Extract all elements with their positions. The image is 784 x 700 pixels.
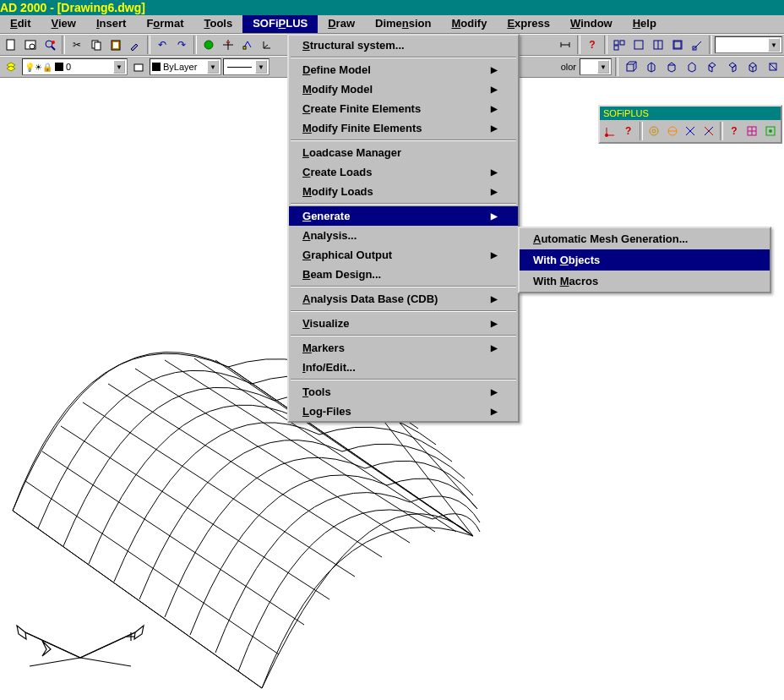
menu-item-visualize[interactable]: Visualize▶ <box>289 314 518 333</box>
ft-cross2-icon[interactable] <box>700 122 716 140</box>
toolbar-vp2-icon[interactable] <box>649 36 667 54</box>
menu-sofiplus[interactable]: SOFiPLUS <box>242 15 318 33</box>
menu-item-analysis-data-base-cdb-[interactable]: Analysis Data Base (CDB)▶ <box>289 289 518 309</box>
menu-view[interactable]: View <box>41 15 86 33</box>
sofiplus-float-toolbar[interactable]: SOFiPLUS ? ? <box>598 105 782 144</box>
separator <box>62 36 65 54</box>
layer-manager-icon[interactable] <box>2 57 20 76</box>
menu-item-info-edit-[interactable]: Info/Edit... <box>289 358 518 377</box>
svg-line-43 <box>770 63 776 70</box>
chevron-down-icon[interactable]: ▼ <box>255 60 267 74</box>
chevron-down-icon[interactable]: ▼ <box>768 38 780 52</box>
toolbar-zoom-icon[interactable] <box>41 36 59 54</box>
view-cube1-icon[interactable] <box>622 57 640 76</box>
menu-item-markers[interactable]: Markers▶ <box>289 338 518 358</box>
submenu-item-automatic-mesh-generation-[interactable]: Automatic Mesh Generation... <box>520 228 770 249</box>
ft-help-icon[interactable]: ? <box>619 122 636 140</box>
svg-point-58 <box>605 134 608 137</box>
view-cube2-icon[interactable] <box>642 57 661 76</box>
ft-grid2-icon[interactable] <box>762 122 779 140</box>
menu-item-analysis-[interactable]: Analysis... <box>289 226 518 245</box>
chevron-down-icon[interactable]: ▼ <box>207 60 219 74</box>
toolbar-page-icon[interactable] <box>2 36 20 54</box>
svg-rect-7 <box>95 42 101 50</box>
ft-mesh2-icon[interactable] <box>663 122 680 140</box>
float-toolbar-title: SOFiPLUS <box>600 107 781 120</box>
toolbar-paste-icon[interactable] <box>106 36 125 54</box>
ft-mesh1-icon[interactable] <box>645 122 662 140</box>
menu-item-create-finite-elements[interactable]: Create Finite Elements▶ <box>289 99 518 118</box>
menu-separator <box>291 335 516 336</box>
ft-help2-icon[interactable]: ? <box>726 122 743 140</box>
menu-tools[interactable]: Tools <box>193 15 242 33</box>
layer-combo-value: 0 <box>66 62 112 72</box>
svg-line-40 <box>753 65 756 68</box>
menu-item-tools[interactable]: Tools▶ <box>289 382 518 402</box>
menu-item-loadcase-manager[interactable]: Loadcase Manager <box>289 143 518 162</box>
toolbar-copy-icon[interactable] <box>87 36 106 54</box>
toolbar-vp4-icon[interactable] <box>688 36 706 54</box>
ft-grid1-icon[interactable] <box>743 122 760 140</box>
view-cube5-icon[interactable] <box>703 57 721 76</box>
toolbar-tracking-icon[interactable] <box>219 36 237 54</box>
menu-item-define-model[interactable]: Define Model▶ <box>289 60 518 79</box>
toolbar-cut-icon[interactable]: ✂ <box>68 36 86 54</box>
menu-draw[interactable]: Draw <box>318 15 365 33</box>
svg-rect-70 <box>766 127 775 135</box>
toolbar-layout-icon[interactable] <box>610 36 629 54</box>
menu-separator <box>291 379 516 380</box>
toolbar-hyperlink-icon[interactable] <box>199 36 218 54</box>
svg-line-63 <box>686 127 694 135</box>
menu-item-structural-system-[interactable]: Structural system... <box>289 36 518 55</box>
toolbar-preview-icon[interactable] <box>21 36 40 54</box>
submenu-item-with-macros[interactable]: With Macros <box>520 271 770 292</box>
view-cube8-icon[interactable] <box>764 57 782 76</box>
submenu-arrow-icon: ▶ <box>491 167 498 177</box>
menu-item-modify-loads[interactable]: Modify Loads▶ <box>289 182 518 201</box>
menu-modify[interactable]: Modify <box>442 15 498 33</box>
toolbar-distance-icon[interactable] <box>556 36 574 54</box>
menu-help[interactable]: Help <box>623 15 667 33</box>
menu-format[interactable]: Format <box>136 15 193 33</box>
menu-item-generate[interactable]: Generate▶ <box>289 206 518 226</box>
menu-window[interactable]: Window <box>560 15 623 33</box>
toolbar-redo-icon[interactable]: ↷ <box>172 36 191 54</box>
layer-combo[interactable]: 💡☀🔒 0 ▼ <box>22 58 128 75</box>
toolbar-undo-icon[interactable]: ↶ <box>153 36 172 54</box>
view-cube7-icon[interactable] <box>743 57 762 76</box>
line-sample[interactable]: ▼ <box>223 58 270 75</box>
menu-item-modify-finite-elements[interactable]: Modify Finite Elements▶ <box>289 118 518 138</box>
chevron-down-icon[interactable]: ▼ <box>597 60 609 74</box>
toolbar-combo[interactable]: ▼ <box>715 36 782 53</box>
menu-separator <box>291 139 516 141</box>
toolbar-ucs-icon[interactable] <box>258 36 276 54</box>
separator <box>709 36 712 54</box>
toolbar-help-icon[interactable]: ? <box>583 36 602 54</box>
chevron-down-icon[interactable]: ▼ <box>113 60 125 74</box>
menu-item-modify-model[interactable]: Modify Model▶ <box>289 79 518 99</box>
menu-express[interactable]: Express <box>497 15 560 33</box>
submenu-item-with-objects[interactable]: With Objects <box>520 249 770 271</box>
toolbar-vp1-icon[interactable] <box>629 36 648 54</box>
linetype-combo[interactable]: ByLayer ▼ <box>150 58 221 75</box>
menu-item-create-loads[interactable]: Create Loads▶ <box>289 162 518 182</box>
layer-prev-icon[interactable] <box>129 57 148 76</box>
view-cube6-icon[interactable] <box>723 57 742 76</box>
view-cube4-icon[interactable] <box>683 57 701 76</box>
view-cube3-icon[interactable] <box>662 57 681 76</box>
color-combo[interactable]: ▼ <box>580 58 612 75</box>
menu-insert[interactable]: Insert <box>86 15 136 33</box>
svg-point-3 <box>46 41 52 47</box>
menu-item-log-files[interactable]: Log-Files▶ <box>289 402 518 421</box>
ft-system-icon[interactable] <box>602 122 618 140</box>
menu-dimension[interactable]: Dimension <box>365 15 441 33</box>
menu-item-beam-design-[interactable]: Beam Design... <box>289 265 518 284</box>
toolbar-matchprop-icon[interactable] <box>126 36 144 54</box>
toolbar-vp3-icon[interactable] <box>668 36 687 54</box>
menu-item-graphical-output[interactable]: Graphical Output▶ <box>289 245 518 265</box>
svg-point-2 <box>30 44 35 49</box>
toolbar-snap-icon[interactable] <box>238 36 257 54</box>
ft-cross1-icon[interactable] <box>682 122 699 140</box>
svg-line-53 <box>80 658 131 666</box>
menu-edit[interactable]: Edit <box>0 15 41 33</box>
